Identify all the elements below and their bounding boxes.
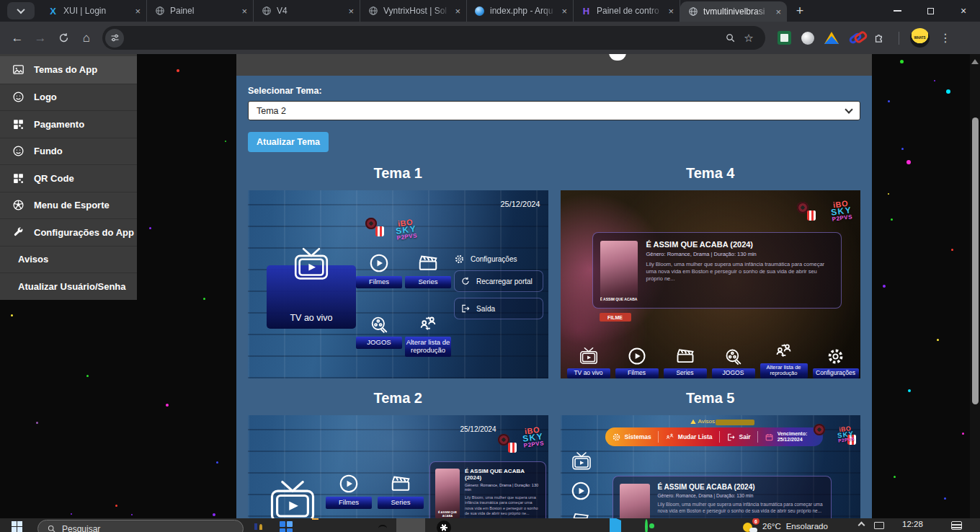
marquee-bar [716, 420, 754, 425]
tab-close-icon[interactable]: × [241, 6, 247, 17]
whatsapp-icon[interactable] [645, 520, 648, 532]
theme-select-value: Tema 2 [257, 106, 286, 116]
sidebar-item-temas-do-app[interactable]: Temas do App [0, 56, 137, 84]
app-logo: iBO SKY P2PVS [836, 425, 855, 443]
taskbar-clock[interactable]: 12:28 [902, 520, 923, 528]
app-logo: iBO SKY P2PVS [829, 199, 852, 222]
minimize-button[interactable] [881, 0, 914, 22]
sidebar-item-menu-de-esporte[interactable]: Menu de Esporte [0, 192, 137, 219]
movie-meta: Gênero: Romance, Drama | Duração: 130 mi… [658, 493, 825, 498]
chevron-down-icon [17, 6, 24, 14]
chevron-down-icon [845, 105, 852, 113]
browser-tab-painel[interactable]: Painel × [147, 0, 254, 22]
avisos-label: Avisos [690, 418, 715, 425]
tab-close-icon[interactable]: × [775, 6, 781, 17]
tray-chevron-icon[interactable] [858, 522, 865, 529]
weather-widget[interactable]: 6 26°C Ensolarado [743, 520, 828, 532]
profile-avatar[interactable]: WHATS [910, 28, 930, 48]
bg-dot [216, 461, 218, 464]
clapperboard-icon [390, 471, 411, 495]
browser-tab-indexphp[interactable]: index.php - Arqu × [467, 0, 574, 22]
tab-close-icon[interactable]: × [455, 6, 460, 17]
bg-dot [115, 505, 117, 507]
sidebar-item-configuracoes-do-app[interactable]: Configurações do App [0, 218, 137, 246]
tab-title: Painel de contro [597, 6, 663, 16]
clapperboard-icon [675, 343, 695, 366]
forward-button[interactable]: → [29, 27, 52, 50]
chatgpt-icon[interactable] [437, 520, 451, 532]
sidebar-item-qr-code[interactable]: QR Code [0, 164, 137, 192]
web-page: Temas do App Logo Pagamento Fundo QR Cod… [0, 54, 980, 518]
gray-circles-extension-icon[interactable] [799, 30, 816, 47]
bg-dot [906, 160, 911, 164]
browser-tab-v4[interactable]: V4 × [254, 0, 360, 22]
scrollbar-thumb[interactable] [972, 118, 979, 404]
scroll-up-arrow[interactable] [971, 59, 979, 64]
start-button[interactable] [12, 521, 22, 532]
tv-icon [290, 247, 332, 283]
cinema-reel-icon [797, 202, 816, 221]
globe-icon [261, 6, 272, 17]
x-logo-icon: X [48, 6, 58, 17]
globe-icon [368, 6, 378, 17]
back-button[interactable]: ← [6, 27, 29, 50]
window-controls: × [881, 0, 980, 22]
browser-tab-xui[interactable]: X XUI | Login × [40, 0, 147, 22]
play-circle-icon [368, 251, 390, 274]
bookmark-star-button[interactable]: ☆ [739, 29, 758, 48]
tab-close-icon[interactable]: × [561, 6, 567, 17]
address-bar[interactable]: ☆ [102, 26, 765, 50]
sidebar-item-logo[interactable]: Logo [0, 84, 137, 111]
tab-close-icon[interactable]: × [348, 6, 354, 17]
search-in-page-button[interactable] [721, 29, 739, 48]
blue-tiles-app-icon[interactable] [280, 521, 293, 532]
browser-tab-hostinger[interactable]: H Painel de contro × [574, 0, 680, 22]
taskbar-search[interactable]: Pesquisar [37, 520, 244, 532]
movie-info-card: É ASSIM QUE ACABA É ASSIM QUE ACABA (202… [612, 476, 832, 518]
site-settings-button[interactable] [105, 29, 124, 48]
tv-icon [265, 479, 320, 518]
windows-logo-icon [12, 521, 22, 532]
google-drive-icon[interactable] [823, 30, 840, 47]
bg-dot [894, 476, 896, 478]
page-scrollbar[interactable] [970, 54, 980, 518]
sidebar-item-atualizar-usuario-senha[interactable]: Atualizar Usuário/Senha [0, 272, 137, 300]
browser-tab-active-tvmultinivel[interactable]: tvmultinivelbrasi × [680, 1, 787, 22]
home-button[interactable]: ⌂ [75, 27, 98, 50]
theme-select[interactable]: Tema 2 [248, 101, 860, 120]
reload-button[interactable] [52, 27, 75, 50]
maximize-button[interactable] [914, 0, 947, 22]
tab-title: tvmultinivelbrasi [703, 6, 770, 17]
minimize-icon [894, 10, 901, 12]
scrolled-heading-remnant [609, 54, 626, 61]
sheets-extension-icon[interactable] [775, 30, 793, 47]
left-icon-column [570, 451, 593, 518]
movie-description: Lily Bloom, uma mulher que supera uma in… [658, 502, 825, 515]
tab-search-button[interactable] [7, 2, 35, 19]
bg-dot [891, 218, 893, 221]
update-theme-button[interactable]: Atualizar Tema [248, 132, 329, 152]
film-reel-icon [723, 343, 743, 366]
tab-title: index.php - Arqu [490, 6, 556, 16]
link-extension-icon[interactable] [847, 30, 864, 47]
sidebar-item-pagamento[interactable]: Pagamento [0, 110, 137, 138]
browser-menu-button[interactable]: ⋮ [936, 31, 955, 45]
playlist-users-icon [418, 311, 438, 334]
extensions-puzzle-icon[interactable] [870, 30, 888, 47]
tab-close-icon[interactable]: × [135, 6, 141, 17]
telegram-icon[interactable] [610, 520, 621, 532]
bg-dot [900, 60, 904, 63]
browser-tab-vyntrixhost[interactable]: VyntrixHost | Sol × [360, 0, 467, 22]
notification-center-icon[interactable] [951, 521, 962, 530]
tile-tv-ao-vivo: TV ao vivo [267, 265, 356, 329]
sidebar-item-avisos[interactable]: Avisos [0, 246, 137, 273]
movie-poster: É ASSIM QUE ACABA [435, 469, 460, 518]
movie-title: É ASSIM QUE ACABA (2024) [646, 240, 834, 249]
gear-icon [454, 254, 465, 265]
new-tab-button[interactable]: + [790, 1, 810, 21]
tab-close-icon[interactable]: × [668, 6, 674, 17]
gear-icon [612, 433, 621, 442]
sidebar-item-fundo[interactable]: Fundo [0, 138, 137, 165]
display-tray-icon[interactable] [874, 522, 884, 529]
close-window-button[interactable]: × [947, 0, 980, 22]
